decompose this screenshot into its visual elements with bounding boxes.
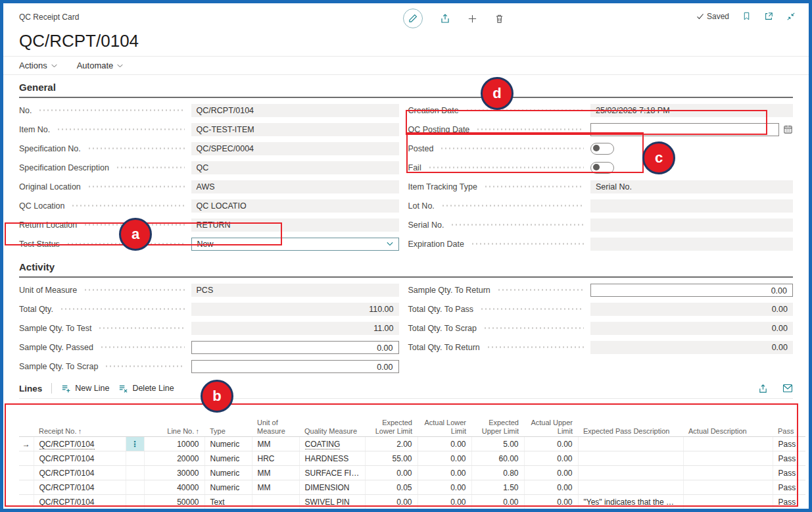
cell-actual-description[interactable]	[683, 509, 773, 512]
cell-receipt-no[interactable]: QC/RCPT/0104	[34, 480, 126, 495]
column-header-actual-description[interactable]: Actual Description	[683, 417, 773, 437]
cell-unit-of-measure[interactable]: MM	[252, 480, 299, 495]
date-input-qc-posting-date[interactable]	[590, 123, 779, 136]
cell-actual-lower-limit[interactable]: 0.00	[418, 466, 471, 480]
cell-expected-upper-limit[interactable]: 1.50	[471, 480, 524, 495]
cell-unit-of-measure[interactable]: MM	[252, 466, 299, 480]
cell-quality-measure[interactable]: COATING	[299, 437, 365, 451]
column-header-type[interactable]: Type	[204, 417, 252, 437]
cell-pass[interactable]: Pass	[773, 451, 805, 466]
column-header-line-no[interactable]: Line No. ↑	[144, 417, 204, 437]
cell-expected-lower-limit[interactable]: 0.00	[365, 495, 418, 509]
cell-expected-upper-limit[interactable]: 5.00	[471, 437, 524, 451]
add-new-icon[interactable]	[467, 14, 477, 24]
cell-actual-description[interactable]	[683, 480, 773, 495]
cell-type[interactable]	[204, 509, 252, 512]
cell-receipt-no[interactable]: QC/RCPT/0104	[34, 495, 126, 509]
cell-expected-pass-description[interactable]	[578, 451, 683, 466]
cell-expected-upper-limit[interactable]: 0.00	[471, 495, 524, 509]
collapse-page-icon[interactable]	[786, 12, 796, 21]
calendar-icon[interactable]	[783, 124, 793, 134]
cell-type[interactable]: Numeric	[204, 466, 252, 480]
cell-quality-measure[interactable]: SWIVEL PIN	[299, 495, 365, 509]
column-header-actual-lower-limit[interactable]: Actual Lower Limit	[418, 417, 471, 437]
cell-expected-lower-limit[interactable]: 0.05	[365, 480, 418, 495]
cell-line-no[interactable]: 10000	[144, 437, 204, 451]
cell-actual-lower-limit[interactable]: 0.00	[418, 480, 471, 495]
cell-actual-upper-limit[interactable]: 0.00	[524, 480, 578, 495]
cell-unit-of-measure[interactable]	[252, 495, 299, 509]
quality-measure-link[interactable]: COATING	[305, 440, 341, 449]
cell-line-no[interactable]: 40000	[144, 480, 204, 495]
cell-expected-lower-limit[interactable]: 0.00	[365, 466, 418, 480]
cell-actual-description[interactable]	[683, 451, 773, 466]
cell-type[interactable]: Numeric	[204, 437, 252, 451]
cell-actual-lower-limit[interactable]	[418, 509, 471, 512]
mail-icon[interactable]	[782, 384, 793, 393]
new-line-button[interactable]: New Line	[61, 384, 109, 394]
cell-expected-upper-limit[interactable]: 0.80	[471, 466, 524, 480]
cell-actual-lower-limit[interactable]: 0.00	[418, 437, 471, 451]
cell-actual-upper-limit[interactable]: 0.00	[524, 495, 578, 509]
cell-unit-of-measure[interactable]: MM	[252, 437, 299, 451]
cell-receipt-no[interactable]	[34, 509, 126, 512]
cell-pass[interactable]: Pass	[773, 466, 805, 480]
cell-actual-upper-limit[interactable]	[524, 509, 578, 512]
open-in-new-window-icon[interactable]	[764, 12, 773, 21]
combobox-test-status[interactable]: New	[191, 238, 399, 251]
cell-expected-lower-limit[interactable]: 55.00	[365, 451, 418, 466]
cell-actual-description[interactable]	[683, 495, 773, 509]
cell-actual-upper-limit[interactable]: 0.00	[524, 451, 578, 466]
column-header-receipt-no[interactable]: Receipt No. ↑	[34, 417, 126, 437]
cell-pass[interactable]: Pass	[773, 480, 805, 495]
cell-quality-measure[interactable]: DIMENSION	[299, 480, 365, 495]
column-header-expected-lower-limit[interactable]: Expected Lower Limit	[365, 417, 418, 437]
input-sample-qty-to-return[interactable]: 0.00	[590, 284, 793, 297]
cell-line-no[interactable]: 50000	[144, 495, 204, 509]
column-header-actual-upper-limit[interactable]: Actual Upper Limit	[524, 417, 578, 437]
row-options-cell[interactable]: ⋮	[126, 437, 144, 451]
toggle-fail[interactable]	[590, 162, 614, 174]
column-header-pass[interactable]: Pass	[773, 417, 805, 437]
cell-receipt-no[interactable]: QC/RCPT/0104	[34, 466, 126, 480]
share-icon[interactable]	[758, 384, 768, 394]
cell-expected-pass-description[interactable]	[578, 509, 683, 512]
cell-expected-pass-description[interactable]	[578, 437, 683, 451]
cell-receipt-no[interactable]: QC/RCPT/0104	[34, 437, 126, 451]
cell-expected-pass-description[interactable]: "Yes" indicates that the pin achieve...	[578, 495, 683, 509]
cell-expected-upper-limit[interactable]	[471, 509, 524, 512]
cell-quality-measure[interactable]: SURFACE FINISH	[299, 466, 365, 480]
cell-actual-description[interactable]	[683, 437, 773, 451]
cell-actual-upper-limit[interactable]: 0.00	[524, 466, 578, 480]
input-sample-qty-passed[interactable]: 0.00	[191, 341, 399, 354]
edit-pencil-icon[interactable]	[403, 9, 423, 28]
cell-pass[interactable]: Pass	[773, 437, 805, 451]
cell-actual-lower-limit[interactable]: 0.00	[418, 451, 471, 466]
cell-expected-lower-limit[interactable]: 2.00	[365, 437, 418, 451]
bookmark-icon[interactable]	[742, 11, 751, 21]
cell-unit-of-measure[interactable]: HRC	[252, 451, 299, 466]
cell-quality-measure[interactable]	[299, 509, 365, 512]
cell-actual-description[interactable]	[683, 466, 773, 480]
automate-menu[interactable]: Automate	[77, 61, 124, 70]
cell-quality-measure[interactable]: HARDNESS	[299, 451, 365, 466]
cell-expected-pass-description[interactable]	[578, 466, 683, 480]
cell-expected-lower-limit[interactable]	[365, 509, 418, 512]
cell-pass[interactable]	[773, 509, 805, 512]
column-header-unit-of-measure[interactable]: Unit of Measure	[252, 417, 299, 437]
cell-line-no[interactable]: 30000	[144, 466, 204, 480]
cell-line-no[interactable]	[144, 509, 204, 512]
cell-actual-upper-limit[interactable]: 0.00	[524, 437, 578, 451]
cell-type[interactable]: Numeric	[204, 451, 252, 466]
cell-actual-lower-limit[interactable]: 0.00	[418, 495, 471, 509]
delete-line-button[interactable]: Delete Line	[118, 384, 174, 394]
cell-line-no[interactable]: 20000	[144, 451, 204, 466]
column-header-expected-upper-limit[interactable]: Expected Upper Limit	[471, 417, 524, 437]
cell-receipt-no[interactable]: QC/RCPT/0104	[34, 451, 126, 466]
cell-pass[interactable]: Pass	[773, 495, 805, 509]
share-icon[interactable]	[440, 13, 450, 24]
delete-trash-icon[interactable]	[494, 14, 504, 24]
receipt-link[interactable]: QC/RCPT/0104	[39, 440, 95, 449]
column-header-quality-measure[interactable]: Quality Measure	[299, 417, 365, 437]
cell-expected-pass-description[interactable]	[578, 480, 683, 495]
